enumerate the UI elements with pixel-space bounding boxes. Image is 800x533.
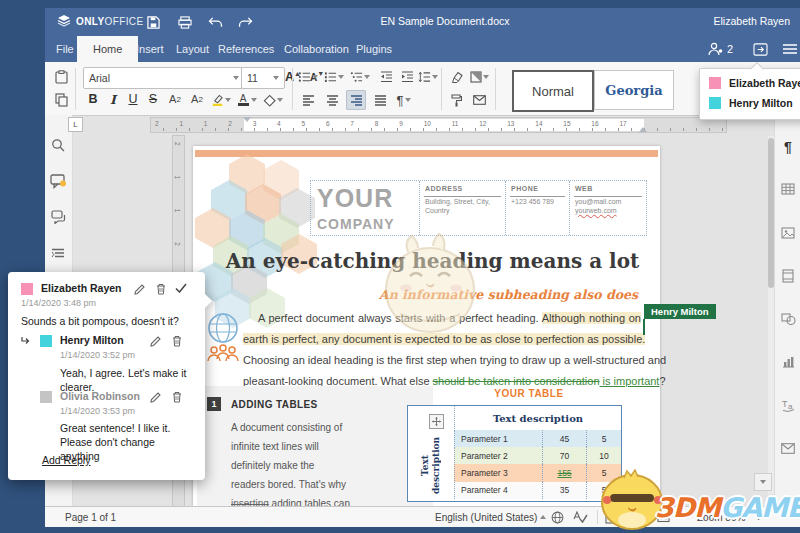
delete-reply2-icon[interactable] (170, 390, 184, 404)
bold-button[interactable]: B (85, 90, 101, 108)
table-row: Parameter 1455 (454, 430, 621, 448)
title-bar: ONLYOFFICE EN Sample Document.docx Eliza… (45, 8, 800, 36)
user-color-swatch (709, 97, 721, 109)
align-center-button[interactable] (322, 90, 342, 110)
decrease-indent-button[interactable] (376, 67, 396, 87)
justify-button[interactable] (370, 90, 390, 110)
data-table-side-label: Text description (408, 430, 454, 501)
line-spacing-button[interactable] (418, 67, 438, 87)
resolve-comment-icon[interactable] (174, 281, 188, 295)
scroll-next-page-button[interactable] (754, 473, 772, 491)
strikeout-button[interactable]: S (145, 90, 161, 108)
indent-marker-left[interactable] (243, 117, 251, 122)
set-language-globe-icon[interactable] (551, 507, 564, 527)
comments-icon[interactable] (48, 171, 68, 191)
delete-comment-icon[interactable] (154, 282, 168, 296)
italic-button[interactable]: I (105, 90, 121, 108)
home-toolbar: Arial 11 A▲ A▼ B I U S A2 A2 A ¶ Normal … (45, 62, 800, 116)
delete-reply-icon[interactable] (170, 334, 184, 348)
table-row: Parameter 31555 (454, 464, 621, 482)
style-normal[interactable]: Normal (512, 70, 594, 112)
shape-settings-icon[interactable] (778, 309, 798, 329)
indent-marker-right[interactable] (639, 127, 647, 132)
address-label: ADDRESS (420, 181, 505, 194)
edit-reply2-icon[interactable] (148, 390, 162, 404)
clear-style-button[interactable] (446, 67, 466, 87)
mailmerge-button[interactable] (469, 90, 489, 110)
image-settings-icon[interactable] (778, 223, 798, 243)
spellcheck-icon[interactable] (573, 507, 588, 527)
onlyoffice-layers-icon (57, 14, 71, 29)
table-move-handle[interactable] (429, 414, 444, 429)
highlight-color-button[interactable] (211, 90, 231, 110)
presence-user[interactable]: Elizabeth Rayen (709, 77, 800, 89)
watermark-logo: 3DMGAME (655, 492, 800, 523)
comment-date: 1/14/2020 3:48 pm (21, 298, 96, 308)
comment-author: Elizabeth Rayen (41, 282, 122, 294)
page-count: Page 1 of 1 (65, 507, 116, 527)
increase-indent-button[interactable] (397, 67, 417, 87)
users-online-button[interactable]: 2 (708, 40, 733, 58)
edit-comment-icon[interactable] (132, 282, 146, 296)
interface-theme-button[interactable] (469, 67, 489, 87)
font-color-button[interactable]: A (237, 90, 257, 110)
presence-user[interactable]: Henry Milton (709, 97, 793, 109)
mailmerge-settings-icon[interactable] (778, 438, 798, 458)
edit-reply-icon[interactable] (148, 334, 162, 348)
users-popover: Elizabeth Rayen Henry Milton (699, 68, 800, 120)
phone-label: PHONE (506, 181, 569, 194)
subscript-button[interactable]: A2 (189, 90, 205, 108)
brand-office: OFFICE (104, 16, 143, 27)
navigation-icon[interactable] (48, 243, 68, 263)
chart-settings-icon[interactable] (778, 352, 798, 372)
horizontal-ruler[interactable]: 2 1 1 2 3 4 5 6 7 8 9 10 11 12 13 14 15 … (150, 117, 727, 133)
paragraph-settings-icon[interactable]: ¶ (778, 137, 798, 157)
align-left-button[interactable] (298, 90, 318, 110)
textart-settings-icon[interactable]: Ta (778, 395, 798, 415)
paragraph-line-3: Choosing an ideal heading is the first s… (243, 354, 641, 375)
web-email: you@mail.com (575, 198, 621, 205)
presence-user-name: Henry Milton (729, 97, 793, 109)
font-name-select[interactable]: Arial (83, 67, 245, 89)
save-button[interactable] (143, 13, 163, 31)
copy-button[interactable] (51, 90, 71, 110)
app-logo: ONLYOFFICE (57, 14, 144, 29)
print-button[interactable] (175, 13, 195, 31)
tab-stop-selector[interactable]: L (68, 117, 83, 132)
users-online-count: 2 (727, 43, 733, 55)
hamburger-menu-button[interactable] (782, 40, 798, 58)
table-settings-icon[interactable] (778, 179, 798, 199)
multilevel-list-button[interactable] (350, 67, 370, 87)
font-name-value: Arial (89, 72, 110, 84)
add-reply-link[interactable]: Add Reply (42, 454, 90, 466)
headerfooter-settings-icon[interactable] (778, 266, 798, 286)
desktop: ONLYOFFICE EN Sample Document.docx Eliza… (0, 0, 800, 533)
show-paragraph-marks-button[interactable]: ¶ (394, 90, 414, 110)
style-georgia[interactable]: Georgia (594, 70, 674, 110)
shading-button[interactable] (263, 90, 283, 110)
watermark-mascot-top (370, 228, 490, 340)
bullet-list-button[interactable] (298, 67, 318, 87)
chat-icon[interactable] (48, 207, 68, 227)
numbered-list-button[interactable] (324, 67, 344, 87)
data-table-title: YOUR TABLE (441, 388, 617, 399)
language-selector[interactable]: English (United States) (435, 507, 546, 527)
paste-button[interactable] (51, 67, 71, 87)
redo-button[interactable] (235, 13, 255, 31)
open-file-location-button[interactable] (753, 40, 768, 58)
superscript-button[interactable]: A2 (167, 90, 183, 108)
undo-button[interactable] (205, 13, 225, 31)
vertical-scrollbar-thumb[interactable] (768, 138, 774, 288)
user-color-swatch (709, 77, 721, 89)
font-size-select[interactable]: 11 (241, 67, 285, 89)
comment-author-swatch (21, 283, 33, 295)
data-table-header: Text description (454, 406, 621, 431)
watermark-3dm: 3DM (655, 492, 720, 523)
menu-bar: File Home Insert Layout References Colla… (45, 36, 800, 62)
underline-button[interactable]: U (125, 90, 141, 108)
comment-popup: Elizabeth Rayen 1/14/2020 3:48 pm Sounds… (8, 272, 205, 480)
copy-style-button[interactable] (446, 90, 466, 110)
tab-plugins[interactable]: Plugins (345, 36, 403, 62)
search-icon[interactable] (48, 135, 68, 155)
align-right-button[interactable] (346, 90, 366, 110)
